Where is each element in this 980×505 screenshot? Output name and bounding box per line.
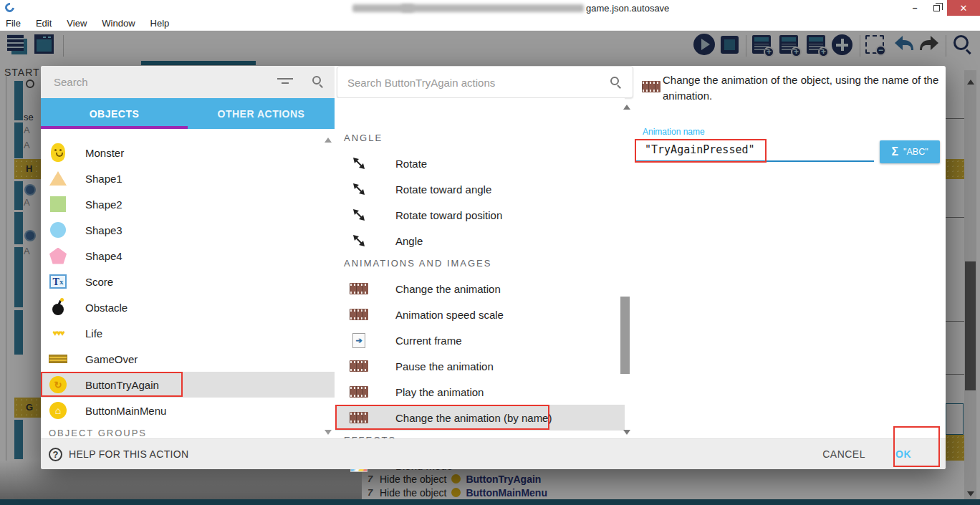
section-header-animations: ANIMATIONS AND IMAGES bbox=[344, 258, 491, 269]
object-row-buttonmainmenu[interactable]: ⌂ ButtonMainMenu bbox=[41, 398, 335, 423]
search-icon[interactable] bbox=[953, 34, 971, 53]
rotate-arrow-icon bbox=[350, 206, 368, 224]
redo-icon[interactable] bbox=[919, 34, 941, 54]
gdevelop-logo-icon bbox=[3, 1, 16, 14]
scroll-down-icon[interactable] bbox=[325, 430, 332, 435]
editor-content: + + + − START se A A H A A G A bbox=[0, 31, 980, 505]
add-comment-icon[interactable]: + bbox=[779, 35, 798, 54]
expression-builder-button[interactable]: Σ "ABC" bbox=[880, 140, 940, 163]
object-link[interactable]: ButtonMainMenu bbox=[466, 487, 547, 499]
search-icon[interactable] bbox=[312, 75, 323, 87]
actions-search-bar bbox=[337, 66, 633, 98]
filter-icon[interactable] bbox=[277, 78, 293, 87]
ok-button[interactable]: OK bbox=[895, 448, 911, 460]
animation-name-input[interactable] bbox=[636, 139, 874, 162]
delete-event-icon[interactable]: − bbox=[865, 35, 884, 54]
cancel-button[interactable]: CANCEL bbox=[822, 448, 865, 460]
action-row-rotate-toward-angle[interactable]: Rotate toward angle bbox=[335, 176, 625, 202]
object-row-shape3[interactable]: Shape3 bbox=[41, 217, 335, 243]
add-other-event-icon[interactable]: + bbox=[807, 35, 825, 54]
monster-sprite-icon bbox=[49, 143, 67, 163]
scene-tab-label-fragment[interactable]: START bbox=[4, 67, 40, 78]
rotate-arrow-icon bbox=[350, 231, 368, 250]
tab-objects[interactable]: OBJECTS bbox=[41, 98, 188, 129]
restore-button[interactable] bbox=[926, 0, 947, 16]
bomb-icon bbox=[49, 297, 67, 317]
action-row-animation-speed-scale[interactable]: Animation speed scale bbox=[335, 302, 625, 327]
actions-search-input[interactable] bbox=[347, 74, 584, 91]
selected-event-row-fragment bbox=[946, 403, 964, 435]
timer-icon bbox=[26, 80, 34, 88]
objects-tab-bar: OBJECTS OTHER ACTIONS bbox=[41, 98, 335, 129]
action-row-change-animation-by-name[interactable]: Change the animation (by name) bbox=[335, 405, 625, 431]
section-header-angle: ANGLE bbox=[344, 133, 383, 143]
scroll-down-icon[interactable] bbox=[623, 430, 630, 435]
objects-search-input[interactable] bbox=[54, 73, 261, 90]
actions-list: ANGLE Rotate Rotate toward angle Rotate … bbox=[335, 98, 625, 438]
action-row-change-animation[interactable]: Change the animation bbox=[335, 276, 625, 302]
object-row-shape2[interactable]: Shape2 bbox=[41, 191, 335, 217]
scroll-up-icon[interactable] bbox=[623, 105, 630, 110]
close-button[interactable]: ✕ bbox=[947, 0, 980, 16]
scroll-down-icon[interactable] bbox=[967, 491, 974, 496]
object-row-life[interactable]: ♥♥♥ Life bbox=[41, 320, 335, 346]
circle-icon bbox=[49, 220, 67, 240]
object-row-monster[interactable]: Monster bbox=[41, 140, 335, 165]
film-strip-icon bbox=[642, 81, 660, 92]
add-event-icon[interactable]: + bbox=[752, 35, 771, 54]
menu-bar: File Edit View Window Help bbox=[0, 16, 980, 31]
scroll-up-icon[interactable] bbox=[325, 138, 332, 143]
scroll-up-icon[interactable] bbox=[967, 80, 974, 85]
help-link[interactable]: ? HELP FOR THIS ACTION bbox=[49, 448, 188, 461]
action-row-rotate-toward-position[interactable]: Rotate toward position bbox=[335, 202, 625, 228]
rotate-arrow-icon bbox=[350, 154, 368, 173]
restore-icon bbox=[933, 5, 940, 11]
minimize-button[interactable]: – bbox=[904, 0, 926, 16]
object-row-shape4[interactable]: Shape4 bbox=[41, 243, 335, 269]
scrollbar-thumb[interactable] bbox=[620, 297, 630, 374]
objects-search-bar bbox=[41, 66, 335, 98]
action-row-current-frame[interactable]: ➔ Current frame bbox=[335, 327, 625, 353]
scrollbar-thumb[interactable] bbox=[965, 261, 976, 390]
object-row-shape1[interactable]: Shape1 bbox=[41, 165, 335, 191]
redacted-title-segment bbox=[401, 4, 584, 12]
undo-icon[interactable] bbox=[893, 34, 914, 54]
events-editor-icon[interactable] bbox=[7, 34, 27, 54]
action-row-angle[interactable]: Angle bbox=[335, 228, 625, 254]
hide-action-icon: 7 bbox=[368, 487, 375, 498]
rotate-arrow-icon bbox=[350, 180, 368, 198]
banner-icon bbox=[49, 349, 67, 369]
frame-page-icon: ➔ bbox=[350, 331, 368, 350]
scene-editor-icon[interactable] bbox=[34, 34, 54, 54]
preview-play-icon[interactable] bbox=[693, 34, 715, 55]
object-row-obstacle[interactable]: Obstacle bbox=[41, 294, 335, 320]
debug-icon[interactable] bbox=[721, 36, 739, 54]
hearts-icon: ♥♥♥ bbox=[49, 323, 67, 343]
animation-name-label: Animation name bbox=[643, 127, 705, 137]
help-icon: ? bbox=[49, 448, 62, 461]
menu-file[interactable]: File bbox=[6, 18, 21, 29]
menu-view[interactable]: View bbox=[67, 18, 87, 29]
gear-icon bbox=[26, 186, 34, 194]
action-editor-dialog: OBJECTS OTHER ACTIONS Monster Shape1 Sha… bbox=[41, 66, 946, 469]
add-circle-icon[interactable] bbox=[832, 34, 852, 55]
action-row-rotate[interactable]: Rotate bbox=[335, 150, 625, 176]
action-description: Change the animation of the object, usin… bbox=[663, 72, 948, 104]
home-button-icon: ⌂ bbox=[49, 400, 67, 420]
menu-window[interactable]: Window bbox=[102, 18, 135, 29]
square-icon bbox=[49, 194, 67, 214]
film-strip-icon bbox=[350, 305, 368, 324]
active-scene-tab-indicator bbox=[141, 61, 256, 65]
title-bar: game.json.autosave – ✕ bbox=[0, 0, 980, 16]
search-icon[interactable] bbox=[610, 76, 621, 87]
object-row-score[interactable]: Tx Score bbox=[41, 269, 335, 294]
event-action-row[interactable]: 7 Hide the object ButtonMainMenu bbox=[362, 486, 964, 499]
action-row-pause-animation[interactable]: Pause the animation bbox=[335, 353, 625, 379]
object-row-gameover[interactable]: GameOver bbox=[41, 346, 335, 372]
menu-edit[interactable]: Edit bbox=[36, 18, 52, 29]
tab-other-actions[interactable]: OTHER ACTIONS bbox=[188, 98, 335, 129]
menu-help[interactable]: Help bbox=[150, 18, 170, 29]
object-row-buttontryagain[interactable]: ↻ ButtonTryAgain bbox=[41, 372, 335, 398]
action-row-play-animation[interactable]: Play the animation bbox=[335, 379, 625, 405]
film-strip-icon bbox=[350, 357, 368, 375]
